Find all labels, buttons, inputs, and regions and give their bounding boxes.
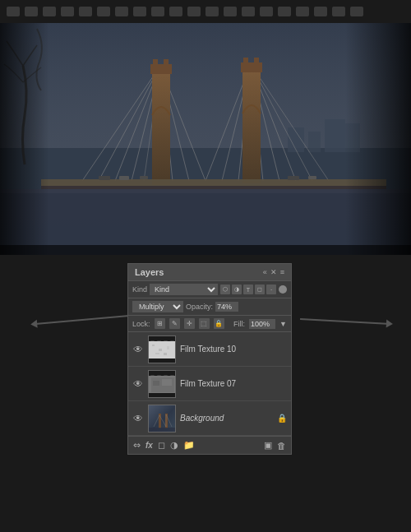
layer-row-background[interactable]: 👁 [128,401,291,436]
film-strip-bottom [0,245,411,255]
new-group-icon[interactable]: 📁 [183,440,195,451]
filter-row: Kind Kind ⬡ ◑ T ◻ ⬝ [128,281,291,298]
svg-rect-5 [325,119,345,152]
svg-rect-48 [164,338,168,341]
panel-menu-icon[interactable]: ≡ [280,268,284,276]
blend-opacity-row: Multiply Opacity: 74% [128,298,291,316]
film-hole [224,7,237,16]
panel-double-arrow-icon[interactable]: « [263,268,267,276]
film-hole [61,7,74,16]
layer-name-background: Background [180,414,273,423]
layer-name-film10: Film Texture 10 [180,345,287,354]
film-hole [260,7,273,16]
film-strip-top [0,0,411,23]
film-hole [25,7,38,16]
film-hole [278,7,291,16]
layer-name-film07: Film Texture 07 [180,379,287,388]
visibility-icon-film10[interactable]: 👁 [132,344,144,355]
filter-pixel-icon[interactable]: ⬡ [220,285,230,294]
film-hole [7,7,20,16]
adjustment-layer-icon[interactable]: ◑ [170,440,178,451]
filter-toggle-icon[interactable] [279,285,287,294]
filter-adjust-icon[interactable]: ◑ [232,285,242,294]
filter-smart-icon[interactable]: ⬝ [266,285,276,294]
fx-icon[interactable]: fx [145,441,153,450]
left-pointer-arrow [33,315,132,325]
filter-type-icons: ⬡ ◑ T ◻ ⬝ [220,285,276,294]
opacity-input[interactable]: 74% [215,302,238,312]
svg-rect-34 [41,186,386,189]
link-layers-icon[interactable]: ⇔ [133,440,141,451]
visibility-icon-background[interactable]: 👁 [132,413,144,424]
panel-title: Layers [135,267,164,277]
svg-rect-65 [164,372,168,376]
svg-rect-55 [152,345,155,346]
svg-rect-37 [140,176,148,179]
svg-rect-54 [149,341,176,359]
filter-label: Kind [132,285,147,294]
filter-kind-select[interactable]: Kind [150,284,218,295]
film-hole [296,7,309,16]
lock-artboard-icon[interactable]: ⬚ [199,318,210,329]
new-layer-icon[interactable]: ▣ [264,440,272,451]
right-pointer-arrow [300,318,390,325]
svg-rect-4 [308,132,321,152]
filter-text-icon[interactable]: T [243,285,253,294]
svg-rect-46 [150,338,155,341]
film-hole [242,7,255,16]
lock-move-icon[interactable]: ✛ [184,318,195,329]
svg-rect-41 [0,23,49,255]
film-hole [43,7,56,16]
layer-row-film-texture-07[interactable]: 👁 Film Texture 07 [128,367,291,401]
layer-thumb-film10 [148,335,176,363]
layers-panel: Layers « ✕ ≡ Kind Kind ⬡ ◑ T ◻ ⬝ Multipl… [127,263,292,455]
svg-rect-45 [149,359,176,363]
visibility-icon-film07[interactable]: 👁 [132,378,144,390]
film-hole [169,7,182,16]
film-hole [97,7,110,16]
svg-rect-27 [153,59,158,67]
svg-rect-64 [157,372,161,376]
layer-thumb-film07 [148,370,176,398]
panel-close-icon[interactable]: ✕ [270,268,277,276]
svg-rect-47 [157,338,161,341]
layer-row-film-texture-10[interactable]: 👁 Film Te [128,332,291,367]
filter-shape-icon[interactable]: ◻ [255,285,265,294]
svg-rect-67 [150,395,155,398]
lock-all-icon[interactable]: 🔒 [214,318,224,329]
lock-pixels-icon[interactable]: ⊞ [155,318,165,329]
fill-chevron[interactable]: ▼ [279,320,287,328]
film-hole [133,7,146,16]
film-hole [206,7,219,16]
svg-rect-59 [164,353,167,355]
svg-rect-38 [288,176,299,180]
svg-rect-56 [159,349,162,351]
film-hole [187,7,201,16]
background-lock-badge: 🔒 [277,414,287,423]
svg-rect-50 [150,360,155,363]
svg-rect-35 [99,176,110,180]
svg-rect-49 [170,338,174,341]
add-mask-icon[interactable]: ◻ [158,440,165,451]
fill-input[interactable]: 100% [249,319,275,329]
film-hole [79,7,92,16]
svg-rect-68 [157,395,161,398]
svg-rect-39 [308,176,316,179]
opacity-label: Opacity: [186,303,213,311]
svg-rect-42 [345,23,411,255]
delete-layer-icon[interactable]: 🗑 [277,441,286,451]
film-hole [151,7,164,16]
panel-toolbar: ⇔ fx ◻ ◑ 📁 ▣ 🗑 [128,436,291,454]
svg-rect-74 [162,379,172,386]
lock-fill-row: Lock: ⊞ ✎ ✛ ⬚ 🔒 Fill: 100% ▼ [128,316,291,332]
svg-rect-33 [41,179,386,186]
svg-rect-32 [254,58,259,66]
svg-rect-70 [170,395,174,398]
svg-rect-25 [152,70,170,185]
panel-header-icons: « ✕ ≡ [263,268,284,276]
blend-mode-select[interactable]: Multiply [132,301,183,312]
layer-thumb-background [148,405,176,433]
svg-rect-57 [167,346,169,349]
bridge-illustration [0,0,411,255]
lock-paint-icon[interactable]: ✎ [169,318,180,329]
